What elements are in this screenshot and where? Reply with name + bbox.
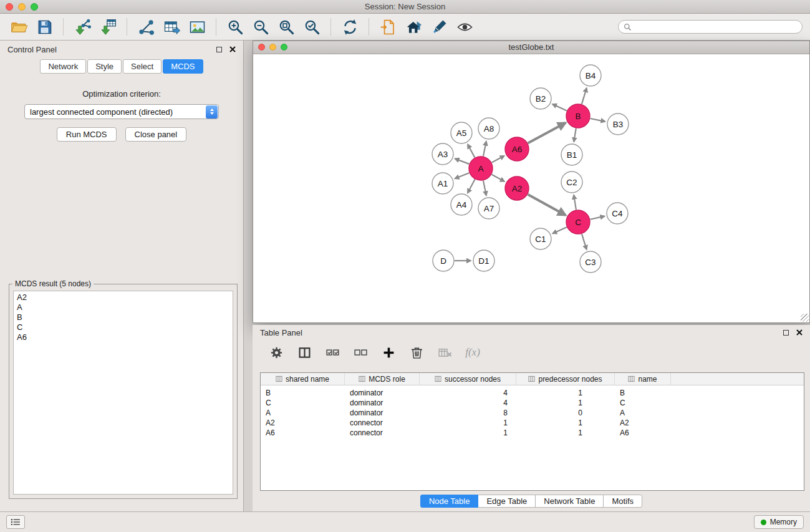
zoom-out-button[interactable] (249, 16, 272, 38)
tab-mcds[interactable]: MCDS (163, 59, 203, 74)
run-mcds-button[interactable]: Run MCDS (57, 127, 117, 142)
edge-B-B4[interactable] (582, 88, 587, 104)
tab-style[interactable]: Style (87, 59, 122, 74)
float-panel-icon[interactable] (216, 47, 222, 52)
cell-shared-name[interactable]: A2 (261, 418, 345, 427)
zoom-window-button[interactable] (31, 3, 38, 11)
node-D1[interactable]: D1 (473, 250, 494, 271)
edge-A-A3[interactable] (455, 158, 470, 164)
cell-shared-name[interactable]: B (261, 389, 345, 397)
node-D[interactable]: D (433, 250, 454, 271)
column-header-successor-nodes[interactable]: successor nodes (420, 373, 516, 385)
network-svg[interactable]: B4B2BB3A8A5A6A3B1AC2A1A2A4A7C4CC1C3DD1 (253, 54, 809, 322)
tab-motifs[interactable]: Motifs (603, 495, 642, 508)
node-B1[interactable]: B1 (561, 144, 582, 165)
minimize-network-window-button[interactable] (269, 44, 276, 51)
window-resize-grip[interactable] (801, 314, 809, 322)
cell-mcds-role[interactable]: dominator (345, 409, 420, 417)
result-item[interactable]: A2 (17, 293, 229, 302)
cell-mcds-role[interactable]: connector (345, 418, 420, 427)
delete-table-button[interactable] (435, 342, 455, 362)
result-item[interactable]: C (17, 322, 229, 332)
result-item[interactable]: B (17, 312, 229, 322)
node-C1[interactable]: C1 (530, 228, 551, 249)
zoom-in-button[interactable] (224, 16, 246, 38)
show-columns-button[interactable] (294, 342, 314, 362)
apply-style-button[interactable] (428, 16, 450, 38)
edge-B-B2[interactable] (552, 104, 567, 111)
node-A6[interactable]: A6 (505, 137, 529, 161)
table-row[interactable]: Adominator80A (261, 408, 804, 418)
cell-successor-nodes[interactable]: 4 (420, 399, 516, 407)
node-B4[interactable]: B4 (580, 65, 601, 86)
deselect-all-button[interactable] (350, 342, 370, 362)
edge-C-C2[interactable] (574, 195, 576, 210)
tab-network-table[interactable]: Network Table (535, 495, 604, 508)
node-C[interactable]: C (566, 210, 590, 234)
table-row[interactable]: Bdominator41B (261, 388, 804, 398)
node-A8[interactable]: A8 (478, 118, 499, 139)
result-item[interactable]: A6 (17, 332, 229, 342)
cell-predecessor-nodes[interactable]: 0 (516, 409, 615, 417)
import-table-file-button[interactable] (97, 16, 119, 38)
zoom-network-window-button[interactable] (281, 44, 287, 51)
cell-name[interactable]: A6 (615, 428, 671, 437)
export-table-button[interactable] (160, 16, 183, 38)
edge-A-A8[interactable] (483, 142, 486, 157)
zoom-selected-button[interactable] (301, 16, 323, 38)
edge-B-B1[interactable] (574, 128, 576, 142)
minimize-window-button[interactable] (18, 3, 26, 11)
close-table-panel-icon[interactable] (796, 329, 803, 336)
column-settings-button[interactable] (266, 342, 286, 362)
node-A3[interactable]: A3 (432, 143, 453, 165)
cell-predecessor-nodes[interactable]: 1 (516, 399, 615, 407)
new-network-button[interactable] (135, 16, 157, 38)
edge-C-C1[interactable] (552, 227, 567, 233)
float-table-panel-icon[interactable] (783, 330, 789, 336)
search-box[interactable] (618, 20, 803, 34)
cell-mcds-role[interactable]: connector (345, 428, 420, 437)
cell-shared-name[interactable]: A (261, 409, 345, 417)
close-panel-button[interactable]: Close panel (125, 127, 187, 142)
edge-C-C4[interactable] (591, 216, 605, 220)
node-A2[interactable]: A2 (505, 177, 529, 200)
task-history-button[interactable] (6, 515, 25, 529)
edge-A-A2[interactable] (492, 175, 504, 181)
select-all-button[interactable] (322, 342, 342, 362)
close-panel-icon[interactable] (229, 46, 236, 52)
edge-A-A7[interactable] (483, 181, 486, 196)
node-A4[interactable]: A4 (451, 194, 472, 215)
edge-A6-B[interactable] (528, 123, 566, 143)
criterion-dropdown[interactable]: largest connected component (directed) (24, 104, 219, 119)
edge-A-A4[interactable] (468, 180, 475, 193)
cell-shared-name[interactable]: A6 (261, 428, 345, 437)
node-B[interactable]: B (566, 104, 590, 128)
column-header-mcds-role[interactable]: MCDS role (345, 373, 420, 385)
paste-document-button[interactable] (377, 16, 399, 38)
memory-button[interactable]: Memory (754, 515, 804, 529)
node-C2[interactable]: C2 (561, 172, 582, 193)
delete-column-button[interactable] (407, 342, 427, 362)
cell-successor-nodes[interactable]: 4 (420, 389, 516, 397)
cell-name[interactable]: A (615, 409, 671, 417)
edge-B-B3[interactable] (591, 118, 605, 122)
edge-A-A6[interactable] (492, 156, 504, 163)
table-row[interactable]: A2connector11A2 (261, 418, 804, 428)
tab-network[interactable]: Network (40, 59, 86, 74)
column-header-shared-name[interactable]: shared name (261, 373, 345, 385)
cell-mcds-role[interactable]: dominator (345, 389, 420, 397)
table-row[interactable]: A6connector11A6 (261, 428, 804, 438)
tab-select[interactable]: Select (123, 59, 162, 74)
open-session-button[interactable] (7, 16, 30, 38)
edge-A-A5[interactable] (468, 144, 475, 157)
edge-A2-C[interactable] (528, 195, 566, 215)
node-A1[interactable]: A1 (432, 173, 453, 194)
import-network-file-button[interactable] (71, 16, 94, 38)
cell-predecessor-nodes[interactable]: 1 (516, 428, 615, 437)
node-C3[interactable]: C3 (580, 251, 601, 273)
save-session-button[interactable] (33, 16, 55, 38)
cell-successor-nodes[interactable]: 1 (420, 428, 516, 437)
show-details-button[interactable] (453, 16, 476, 38)
zoom-fit-button[interactable] (275, 16, 297, 38)
edge-C-C3[interactable] (582, 234, 587, 249)
